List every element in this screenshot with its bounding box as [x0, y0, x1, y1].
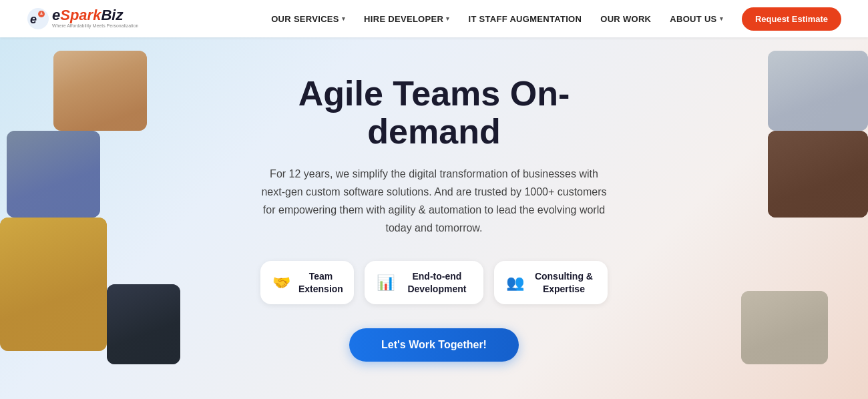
- feature-label-team-extension: Team Extension: [298, 270, 343, 294]
- hero-image-people-laptop: [107, 284, 180, 364]
- nav-link-our-work[interactable]: OUR WORK: [600, 14, 651, 24]
- hero-image-keyboard: [768, 51, 868, 131]
- cta-button[interactable]: Let's Work Together!: [349, 328, 519, 362]
- feature-label-consulting: Consulting & Expertise: [532, 270, 596, 294]
- feature-card-end-to-end[interactable]: 📊 End-to-end Development: [365, 261, 483, 304]
- nav-link-it-staff[interactable]: IT STAFF AUGMENTATION: [468, 14, 582, 24]
- hero-content: Agile Teams On-demand For 12 years, we s…: [247, 61, 621, 375]
- logo-icon: e: [27, 7, 49, 30]
- nav-link-our-services[interactable]: OUR SERVICES ▾: [271, 14, 345, 24]
- hero-image-team-hands: [0, 218, 107, 351]
- logo-text: e Spark Biz Where Affordability Meets Pe…: [52, 8, 138, 29]
- team-extension-icon: 🤝: [272, 271, 290, 295]
- svg-text:e: e: [30, 13, 37, 26]
- logo-tagline: Where Affordability Meets Personalizatio…: [52, 23, 138, 29]
- hero-images-left: [0, 37, 187, 399]
- hero-title: Agile Teams On-demand: [260, 75, 608, 151]
- consulting-icon: 👥: [506, 271, 524, 295]
- logo-biz: Biz: [101, 8, 123, 23]
- hero-image-team-discuss: [741, 291, 828, 364]
- nav-link-about-us[interactable]: ABOUT US ▾: [670, 14, 723, 24]
- hero-image-team-meeting: [53, 51, 147, 131]
- hero-images-right: [721, 37, 868, 399]
- navbar: e e Spark Biz Where Affordability Meets …: [0, 0, 868, 37]
- feature-label-end-to-end: End-to-end Development: [403, 270, 471, 294]
- nav-link-hire-developer[interactable]: HIRE DEVELOPER ▾: [364, 14, 449, 24]
- nav-item-about-us[interactable]: ABOUT US ▾: [670, 14, 723, 24]
- nav-item-cta[interactable]: Request Estimate: [742, 7, 841, 31]
- nav-links: OUR SERVICES ▾ HIRE DEVELOPER ▾ IT STAFF…: [271, 7, 841, 31]
- feature-card-consulting[interactable]: 👥 Consulting & Expertise: [494, 261, 608, 304]
- hero-image-office-work: [7, 131, 100, 218]
- feature-cards: 🤝 Team Extension 📊 End-to-end Developmen…: [260, 261, 608, 304]
- logo-e: e: [52, 8, 60, 23]
- logo-spark: Spark: [60, 8, 101, 23]
- logo[interactable]: e e Spark Biz Where Affordability Meets …: [27, 7, 138, 30]
- request-estimate-button[interactable]: Request Estimate: [742, 7, 841, 31]
- chevron-down-icon: ▾: [342, 15, 345, 22]
- hero-subtitle: For 12 years, we simplify the digital tr…: [260, 165, 608, 238]
- chevron-down-icon: ▾: [720, 15, 723, 22]
- feature-card-team-extension[interactable]: 🤝 Team Extension: [260, 261, 354, 304]
- end-to-end-icon: 📊: [377, 271, 395, 295]
- chevron-down-icon: ▾: [446, 15, 449, 22]
- hero-section: Agile Teams On-demand For 12 years, we s…: [0, 37, 868, 399]
- hero-image-collaboration: [768, 131, 868, 218]
- nav-item-hire-developer[interactable]: HIRE DEVELOPER ▾: [364, 14, 449, 24]
- nav-item-it-staff[interactable]: IT STAFF AUGMENTATION: [468, 14, 582, 24]
- nav-item-our-services[interactable]: OUR SERVICES ▾: [271, 14, 345, 24]
- nav-item-our-work[interactable]: OUR WORK: [600, 14, 651, 24]
